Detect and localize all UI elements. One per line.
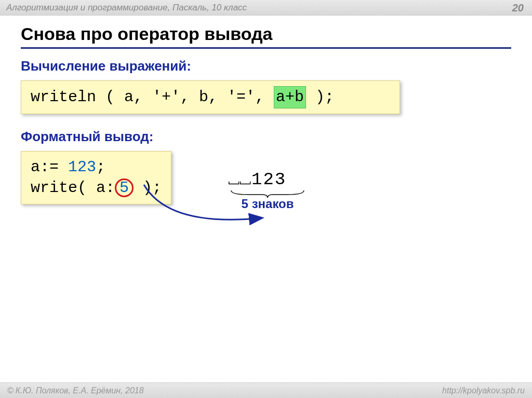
literal-number: 123 [68,158,96,176]
code-write-format: a:= 123; write( a:5 ); [21,151,171,204]
section-formatted: Форматный вывод: [21,129,511,145]
course-title: Алгоритмизация и программирование, Паска… [6,3,247,13]
output-value: 123 [251,170,286,189]
code-writeln: writeln ( a, '+', b, '=', a+b ); [21,80,400,114]
copyright: © К.Ю. Поляков, Е.А. Ерёмин, 2018 [7,386,144,395]
brace-label: 5 знаков [229,197,307,211]
code-text: write( a: [31,179,115,197]
code-text: ); [134,179,162,197]
footer-url: http://kpolyakov.spb.ru [442,386,525,395]
page-number: 20 [512,2,524,13]
slide-title: Снова про оператор вывода [21,24,511,49]
highlight-expression: a+b [274,86,306,108]
code-text: a:= [31,158,68,176]
row-formatted: a:= 123; write( a:5 ); ⎵⎵123 5 знаков [21,151,511,215]
slide-content: Снова про оператор вывода Вычисление выр… [0,16,532,215]
header-bar: Алгоритмизация и программирование, Паска… [0,0,532,16]
section-expressions: Вычисление выражений: [21,58,511,74]
width-specifier-circled: 5 [115,179,134,197]
code-text: ); [306,88,334,106]
output-text: ⎵⎵123 [229,171,307,188]
output-column: ⎵⎵123 5 знаков [229,171,307,211]
copyright-text: К.Ю. Поляков, Е.А. Ерёмин, 2018 [16,386,144,395]
code-text: ; [96,158,105,176]
copyright-icon: © [7,386,14,395]
output-spaces: ⎵⎵ [229,170,251,189]
code-text: writeln ( a, '+', b, '=', [31,88,274,106]
footer-bar: © К.Ю. Поляков, Е.А. Ерёмин, 2018 http:/… [0,382,532,398]
